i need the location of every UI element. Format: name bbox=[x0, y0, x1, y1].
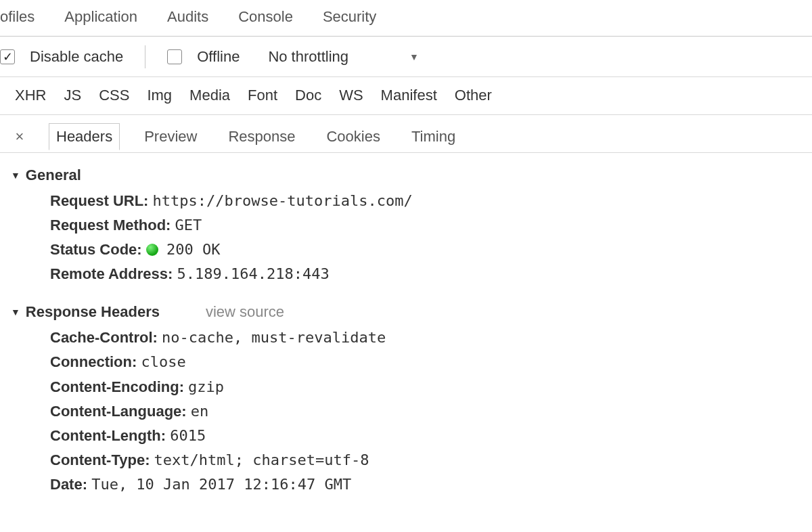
general-list: Request URL: https://browse-tutorials.co… bbox=[11, 190, 812, 286]
tab-audits[interactable]: Audits bbox=[167, 8, 208, 26]
row-remote-address: Remote Address: 5.189.164.218:443 bbox=[50, 263, 812, 286]
row-content-length: Content-Length: 6015 bbox=[50, 424, 812, 447]
val-remote-address: 5.189.164.218:443 bbox=[177, 265, 329, 282]
val-request-method: GET bbox=[175, 217, 202, 234]
disclosure-triangle-icon: ▼ bbox=[11, 307, 20, 317]
key-request-url: Request URL: bbox=[50, 192, 148, 209]
filter-other[interactable]: Other bbox=[455, 87, 492, 104]
filter-manifest[interactable]: Manifest bbox=[381, 87, 437, 104]
dropdown-icon: ▼ bbox=[409, 51, 419, 62]
key-cache-control: Cache-Control: bbox=[50, 329, 158, 346]
val-status-code: 200 OK bbox=[166, 241, 220, 258]
key-request-method: Request Method: bbox=[50, 217, 171, 234]
row-connection: Connection: close bbox=[50, 351, 812, 374]
tab-cookies[interactable]: Cookies bbox=[319, 124, 386, 150]
section-response-headers-title: Response Headers bbox=[26, 303, 160, 321]
row-request-method: Request Method: GET bbox=[50, 214, 812, 237]
tab-response[interactable]: Response bbox=[221, 124, 302, 150]
filter-media[interactable]: Media bbox=[189, 87, 230, 104]
val-request-url: https://browse-tutorials.com/ bbox=[153, 192, 413, 209]
tab-console[interactable]: Console bbox=[238, 8, 293, 26]
key-connection: Connection: bbox=[50, 353, 137, 370]
tab-headers[interactable]: Headers bbox=[49, 123, 120, 150]
row-cache-control: Cache-Control: no-cache, must-revalidate bbox=[50, 326, 812, 349]
view-source-link[interactable]: view source bbox=[206, 303, 284, 321]
filter-img[interactable]: Img bbox=[147, 87, 172, 104]
tab-profiles[interactable]: ofiles bbox=[0, 8, 35, 26]
row-content-encoding: Content-Encoding: gzip bbox=[50, 376, 812, 399]
val-content-type: text/html; charset=utf-8 bbox=[154, 451, 369, 468]
offline-label: Offline bbox=[197, 48, 240, 66]
tab-application[interactable]: Application bbox=[64, 8, 137, 26]
devtools-panel-tabs: ofiles Application Audits Console Securi… bbox=[0, 0, 812, 37]
response-headers-list: Cache-Control: no-cache, must-revalidate… bbox=[11, 326, 812, 496]
key-remote-address: Remote Address: bbox=[50, 265, 173, 282]
section-general-title: General bbox=[26, 167, 81, 184]
disable-cache-label: Disable cache bbox=[30, 48, 123, 66]
filter-js[interactable]: JS bbox=[64, 87, 81, 104]
row-content-type: Content-Type: text/html; charset=utf-8 bbox=[50, 449, 812, 472]
val-cache-control: no-cache, must-revalidate bbox=[162, 329, 386, 346]
val-connection: close bbox=[141, 353, 185, 370]
tab-timing[interactable]: Timing bbox=[405, 124, 462, 150]
toolbar-separator bbox=[145, 45, 145, 68]
filter-font[interactable]: Font bbox=[248, 87, 277, 104]
section-response-headers-header[interactable]: ▼ Response Headers view source bbox=[11, 303, 812, 321]
val-content-language: en bbox=[191, 403, 209, 420]
val-content-encoding: gzip bbox=[188, 378, 224, 395]
filter-bar: XHR JS CSS Img Media Font Doc WS Manifes… bbox=[0, 77, 812, 115]
key-content-encoding: Content-Encoding: bbox=[50, 378, 184, 395]
network-toolbar: Disable cache Offline No throttling ▼ bbox=[0, 37, 812, 77]
val-date: Tue, 10 Jan 2017 12:16:47 GMT bbox=[91, 476, 351, 493]
offline-checkbox[interactable] bbox=[167, 49, 182, 64]
throttling-label: No throttling bbox=[268, 48, 348, 66]
close-icon[interactable]: × bbox=[8, 128, 31, 146]
key-status-code: Status Code: bbox=[50, 241, 142, 258]
row-content-language: Content-Language: en bbox=[50, 400, 812, 423]
tab-preview[interactable]: Preview bbox=[137, 124, 204, 150]
key-content-length: Content-Length: bbox=[50, 427, 166, 444]
section-general-header[interactable]: ▼ General bbox=[11, 167, 812, 184]
key-date: Date: bbox=[50, 476, 87, 493]
row-request-url: Request URL: https://browse-tutorials.co… bbox=[50, 190, 812, 213]
key-content-type: Content-Type: bbox=[50, 451, 150, 468]
filter-xhr[interactable]: XHR bbox=[15, 87, 46, 104]
request-detail-tabs: × Headers Preview Response Cookies Timin… bbox=[0, 115, 812, 153]
row-date: Date: Tue, 10 Jan 2017 12:16:47 GMT bbox=[50, 473, 812, 496]
disable-cache-checkbox[interactable] bbox=[0, 49, 15, 64]
filter-ws[interactable]: WS bbox=[339, 87, 363, 104]
row-status-code: Status Code: 200 OK bbox=[50, 238, 812, 261]
throttling-select[interactable]: No throttling ▼ bbox=[268, 48, 418, 66]
tab-security[interactable]: Security bbox=[323, 8, 376, 26]
filter-css[interactable]: CSS bbox=[99, 87, 129, 104]
filter-doc[interactable]: Doc bbox=[295, 87, 321, 104]
key-content-language: Content-Language: bbox=[50, 403, 187, 420]
val-content-length: 6015 bbox=[170, 427, 206, 444]
headers-panel: ▼ General Request URL: https://browse-tu… bbox=[0, 152, 812, 496]
disclosure-triangle-icon: ▼ bbox=[11, 170, 20, 181]
status-dot-icon bbox=[146, 244, 158, 256]
